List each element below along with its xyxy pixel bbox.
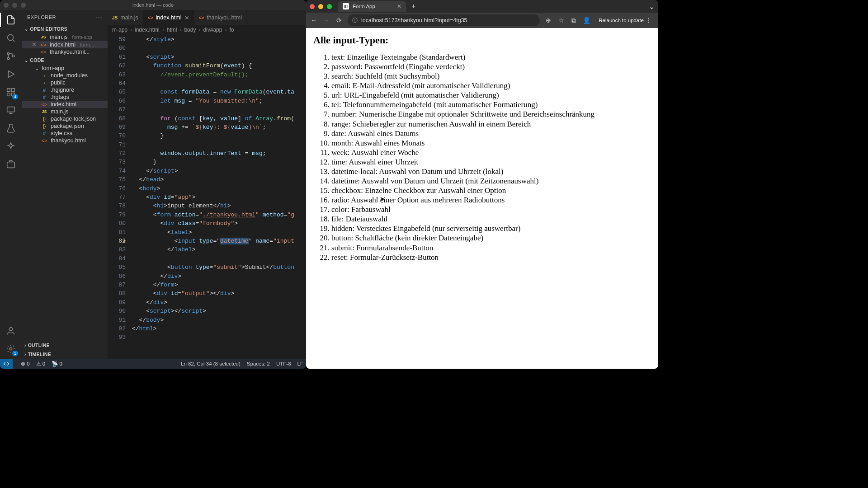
address-bar[interactable]: ⓘ localhost:5173/thankyou.html?input=4tg… bbox=[348, 14, 540, 26]
status-encoding[interactable]: UTF-8 bbox=[276, 361, 291, 366]
zoom-icon[interactable]: ⊕ bbox=[544, 17, 552, 24]
file-item[interactable]: #.hgignore bbox=[22, 86, 108, 94]
code-line[interactable]: <button type="submit">Submit</button bbox=[132, 263, 306, 272]
code-line[interactable] bbox=[132, 141, 306, 149]
new-tab-button[interactable]: + bbox=[410, 2, 417, 10]
remote-icon[interactable] bbox=[5, 104, 17, 117]
gear-icon[interactable]: 1 bbox=[5, 343, 17, 355]
account-icon[interactable] bbox=[5, 324, 17, 337]
status-spaces[interactable]: Spaces: 2 bbox=[247, 361, 270, 366]
code-line[interactable]: let msg = "You submitted:\n"; bbox=[132, 97, 306, 105]
code-line[interactable]: </div> bbox=[132, 298, 306, 307]
more-icon[interactable]: ⋯ bbox=[96, 14, 103, 21]
code-line[interactable]: </label> bbox=[132, 245, 306, 254]
testing-icon[interactable] bbox=[5, 122, 17, 135]
timeline-header[interactable]: › TIMELINE bbox=[22, 350, 108, 359]
source-control-icon[interactable] bbox=[5, 50, 17, 62]
status-ports[interactable]: 📡 0 bbox=[52, 361, 62, 367]
code-line[interactable]: </body> bbox=[132, 316, 306, 324]
explorer-icon[interactable] bbox=[5, 14, 17, 26]
code-line[interactable]: function submitForm(event) { bbox=[132, 61, 306, 70]
status-warnings[interactable]: ⚠ 0 bbox=[36, 361, 46, 367]
profile-icon[interactable]: 👤 bbox=[582, 17, 590, 24]
code-line[interactable]: <div id="app"> bbox=[132, 193, 306, 202]
code-line[interactable] bbox=[132, 254, 306, 263]
code-line[interactable]: <div id="output"></div> bbox=[132, 289, 306, 298]
code-line[interactable]: <label> bbox=[132, 228, 306, 237]
ai-icon[interactable] bbox=[5, 140, 17, 153]
file-item[interactable]: <>index.html bbox=[22, 101, 108, 108]
file-item[interactable]: #style.css bbox=[22, 130, 108, 137]
code-line[interactable]: </html> bbox=[132, 324, 306, 333]
code-line[interactable]: <h1>input element</h1> bbox=[132, 202, 306, 210]
back-icon[interactable]: ← bbox=[310, 17, 318, 24]
outline-header[interactable]: › OUTLINE bbox=[22, 341, 108, 350]
close-icon[interactable] bbox=[310, 4, 315, 9]
chat-icon[interactable] bbox=[5, 158, 17, 171]
reload-icon[interactable]: ⟳ bbox=[335, 17, 343, 24]
code-line[interactable]: </style> bbox=[132, 35, 306, 44]
code-line[interactable]: <body> bbox=[132, 184, 306, 193]
extensions-icon[interactable]: 4 bbox=[5, 86, 17, 99]
code-line[interactable]: } bbox=[132, 131, 306, 140]
breadcrumb-item[interactable]: fo bbox=[229, 27, 234, 33]
code-line[interactable]: </form> bbox=[132, 281, 306, 289]
breadcrumb-item[interactable]: html bbox=[167, 27, 177, 33]
open-editors-header[interactable]: ⌄ OPEN EDITORS bbox=[22, 24, 108, 33]
editor-tab[interactable]: JSmain.js bbox=[108, 10, 143, 25]
code-line[interactable]: </script> bbox=[132, 167, 306, 175]
status-selection[interactable]: Ln 82, Col 34 (8 selected) bbox=[181, 361, 241, 366]
code-line[interactable]: <script></script> bbox=[132, 307, 306, 315]
code-line[interactable]: <script> bbox=[132, 53, 306, 61]
code-line[interactable]: window.output.innerText = msg; bbox=[132, 149, 306, 158]
run-debug-icon[interactable] bbox=[5, 68, 17, 80]
code-line[interactable]: </div> bbox=[132, 272, 306, 281]
file-item[interactable]: <>thankyou.html bbox=[22, 137, 108, 144]
code-line[interactable]: for (const [key, value] of Array.from( bbox=[132, 114, 306, 123]
open-editor-item[interactable]: <>thankyou.html... bbox=[22, 48, 108, 56]
breadcrumb-item[interactable]: m-app bbox=[112, 27, 127, 33]
folder-item[interactable]: ›node_modules bbox=[22, 72, 108, 79]
breadcrumb-item[interactable]: body bbox=[184, 27, 196, 33]
maximize-icon[interactable] bbox=[327, 4, 332, 9]
folder-form-app[interactable]: ⌄ form-app bbox=[22, 65, 108, 72]
code-line[interactable]: } bbox=[132, 158, 306, 166]
close-icon[interactable] bbox=[4, 3, 9, 8]
bookmark-icon[interactable]: ☆ bbox=[557, 17, 565, 24]
code-line[interactable]: //event.preventDefault(); bbox=[132, 70, 306, 79]
code-line[interactable] bbox=[132, 44, 306, 52]
remote-indicator[interactable] bbox=[0, 359, 13, 369]
minimize-icon[interactable] bbox=[318, 4, 323, 9]
breadcrumbs[interactable]: m-app›index.html›html›body›div#app›fo bbox=[108, 25, 306, 34]
code-line[interactable]: <form action="./thankyou.html" method="g bbox=[132, 211, 306, 219]
code-lines[interactable]: </style> <script> function submitForm(ev… bbox=[132, 34, 306, 359]
maximize-icon[interactable] bbox=[21, 3, 26, 8]
code-line[interactable] bbox=[132, 333, 306, 342]
extensions-icon[interactable]: ⧉ bbox=[570, 17, 578, 24]
code-line[interactable]: msg += `${key}: ${value}\n`; bbox=[132, 123, 306, 131]
editor-tab[interactable]: <>index.html✕ bbox=[143, 10, 194, 25]
folder-item[interactable]: ›public bbox=[22, 79, 108, 86]
code-line[interactable] bbox=[132, 79, 306, 88]
code-editor[interactable]: 5960616263646566676869707172737475767778… bbox=[108, 34, 306, 359]
code-line[interactable]: ✦ <input type="datetime" name="input bbox=[132, 237, 306, 245]
browser-tab[interactable]: ◧ Form App ✕ bbox=[338, 1, 406, 12]
minimize-icon[interactable] bbox=[12, 3, 17, 8]
relaunch-button[interactable]: Relaunch to update ⋮ bbox=[595, 15, 655, 25]
close-tab-icon[interactable]: ✕ bbox=[397, 3, 401, 9]
code-line[interactable] bbox=[132, 105, 306, 114]
close-icon[interactable]: ✕ bbox=[184, 14, 189, 21]
tab-overflow-icon[interactable]: ⌄ bbox=[649, 2, 655, 11]
search-icon[interactable] bbox=[5, 32, 17, 44]
code-line[interactable]: const formData = new FormData(event.ta bbox=[132, 88, 306, 96]
site-info-icon[interactable]: ⓘ bbox=[352, 17, 358, 24]
code-line[interactable]: <div class="formbody"> bbox=[132, 219, 306, 228]
file-item[interactable]: JSmain.js bbox=[22, 108, 108, 115]
file-item[interactable]: {}package-lock.json bbox=[22, 115, 108, 122]
editor-tab[interactable]: <>thankyou.html bbox=[194, 10, 247, 25]
close-icon[interactable]: ✕ bbox=[31, 41, 37, 48]
breadcrumb-item[interactable]: div#app bbox=[203, 27, 222, 33]
breadcrumb-item[interactable]: index.html bbox=[135, 27, 160, 33]
file-item[interactable]: {}package.json bbox=[22, 122, 108, 130]
status-errors[interactable]: ⊗ 0 bbox=[21, 361, 30, 367]
